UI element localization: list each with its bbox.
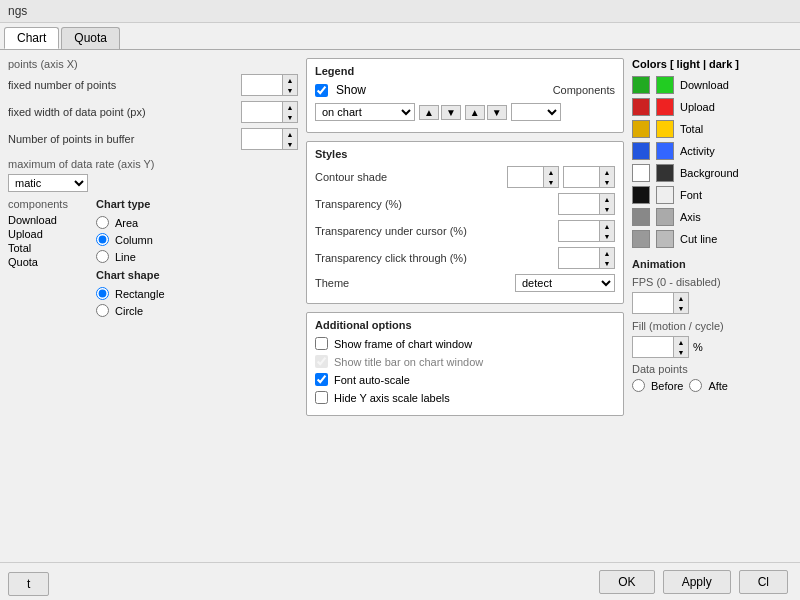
before-radio[interactable] <box>632 379 645 392</box>
chart-shape-circle[interactable] <box>96 304 109 317</box>
tabs-bar: Chart Quota <box>0 23 800 50</box>
fill-down[interactable]: ▼ <box>674 347 688 357</box>
legend-up-btn[interactable]: ▲ <box>419 105 439 120</box>
trans-click-input[interactable]: 50 <box>559 251 599 265</box>
cancel-button[interactable]: Cl <box>739 570 788 594</box>
color-label-3: Activity <box>680 145 715 157</box>
color-dark-4[interactable] <box>656 164 674 182</box>
transparency-input[interactable]: 10 <box>559 197 599 211</box>
fps-up[interactable]: ▲ <box>674 293 688 303</box>
after-radio[interactable] <box>689 379 702 392</box>
components-label: components <box>8 198 88 210</box>
color-light-0[interactable] <box>632 76 650 94</box>
color-label-6: Axis <box>680 211 701 223</box>
color-light-3[interactable] <box>632 142 650 160</box>
theme-select[interactable]: detect <box>515 274 615 292</box>
contour-shade-down1[interactable]: ▼ <box>544 177 558 187</box>
color-dark-7[interactable] <box>656 230 674 248</box>
contour-shade-spinbox1[interactable]: 1.3 ▲ ▼ <box>507 166 559 188</box>
color-dark-0[interactable] <box>656 76 674 94</box>
fill-up[interactable]: ▲ <box>674 337 688 347</box>
axis-x-label: points (axis X) <box>8 58 298 70</box>
fps-spinbox[interactable]: 24 ▲ ▼ <box>632 292 689 314</box>
additional-group: Additional options Show frame of chart w… <box>306 312 624 416</box>
buffer-input[interactable]: 600 <box>242 132 282 146</box>
fill-input[interactable]: 50 <box>633 340 673 354</box>
color-light-6[interactable] <box>632 208 650 226</box>
fixed-width-down[interactable]: ▼ <box>283 112 297 122</box>
ok-button[interactable]: OK <box>599 570 654 594</box>
chart-type-area[interactable] <box>96 216 109 229</box>
fixed-points-up[interactable]: ▲ <box>283 75 297 85</box>
transparency-spinbox[interactable]: 10 ▲ ▼ <box>558 193 615 215</box>
contour-shade-input2[interactable]: 1.3 <box>564 170 599 184</box>
color-row-download: Download <box>632 76 792 94</box>
trans-click-spinbox[interactable]: 50 ▲ ▼ <box>558 247 615 269</box>
color-light-5[interactable] <box>632 186 650 204</box>
bottom-bar: t OK Apply Cl <box>0 562 800 600</box>
chart-shape-rectangle-label: Rectangle <box>115 288 165 300</box>
legend-show-checkbox[interactable] <box>315 84 328 97</box>
transparency-up[interactable]: ▲ <box>600 194 614 204</box>
axis-y-select[interactable]: matic <box>8 174 88 192</box>
chart-shape-rectangle[interactable] <box>96 287 109 300</box>
color-light-7[interactable] <box>632 230 650 248</box>
hide-y-checkbox[interactable] <box>315 391 328 404</box>
color-light-1[interactable] <box>632 98 650 116</box>
trans-cursor-down[interactable]: ▼ <box>600 231 614 241</box>
apply-button[interactable]: Apply <box>663 570 731 594</box>
trans-click-up[interactable]: ▲ <box>600 248 614 258</box>
left-button[interactable]: t <box>8 572 49 596</box>
color-dark-1[interactable] <box>656 98 674 116</box>
fps-down[interactable]: ▼ <box>674 303 688 313</box>
title-bar: ngs <box>0 0 800 23</box>
color-light-4[interactable] <box>632 164 650 182</box>
contour-shade-spinbox2[interactable]: 1.3 ▲ ▼ <box>563 166 615 188</box>
chart-type-line[interactable] <box>96 250 109 263</box>
fill-spinbox[interactable]: 50 ▲ ▼ <box>632 336 689 358</box>
trans-click-down[interactable]: ▼ <box>600 258 614 268</box>
trans-click-label: Transparency click through (%) <box>315 252 554 264</box>
tab-chart[interactable]: Chart <box>4 27 59 49</box>
color-dark-6[interactable] <box>656 208 674 226</box>
trans-cursor-spinbox[interactable]: 5 ▲ ▼ <box>558 220 615 242</box>
contour-shade-up1[interactable]: ▲ <box>544 167 558 177</box>
color-light-2[interactable] <box>632 120 650 138</box>
legend-position-select[interactable]: on chart <box>315 103 415 121</box>
contour-shade-input1[interactable]: 1.3 <box>508 170 543 184</box>
trans-cursor-up[interactable]: ▲ <box>600 221 614 231</box>
legend-extra-select[interactable] <box>511 103 561 121</box>
contour-shade-down2[interactable]: ▼ <box>600 177 614 187</box>
buffer-spinbox[interactable]: 600 ▲ ▼ <box>241 128 298 150</box>
show-frame-checkbox[interactable] <box>315 337 328 350</box>
fixed-width-up[interactable]: ▲ <box>283 102 297 112</box>
fixed-points-spinbox[interactable]: 60 ▲ ▼ <box>241 74 298 96</box>
fixed-width-spinbox[interactable]: 4 ▲ ▼ <box>241 101 298 123</box>
right-panel: Colors [ light | dark ] Download Upload … <box>632 58 792 562</box>
fixed-width-input[interactable]: 4 <box>242 105 282 119</box>
font-autoscale-checkbox[interactable] <box>315 373 328 386</box>
color-dark-5[interactable] <box>656 186 674 204</box>
hide-y-label: Hide Y axis scale labels <box>334 392 450 404</box>
fps-input[interactable]: 24 <box>633 296 673 310</box>
legend-down-btn[interactable]: ▼ <box>441 105 461 120</box>
colors-label: Colors [ light | dark ] <box>632 58 792 70</box>
transparency-down[interactable]: ▼ <box>600 204 614 214</box>
color-row-upload: Upload <box>632 98 792 116</box>
buffer-down[interactable]: ▼ <box>283 139 297 149</box>
fixed-points-input[interactable]: 60 <box>242 78 282 92</box>
fixed-points-down[interactable]: ▼ <box>283 85 297 95</box>
color-row-cut-line: Cut line <box>632 230 792 248</box>
color-dark-3[interactable] <box>656 142 674 160</box>
color-dark-2[interactable] <box>656 120 674 138</box>
legend-up2-btn[interactable]: ▲ <box>465 105 485 120</box>
legend-down2-btn[interactable]: ▼ <box>487 105 507 120</box>
fixed-width-label: fixed width of data point (px) <box>8 106 237 118</box>
buffer-up[interactable]: ▲ <box>283 129 297 139</box>
trans-cursor-input[interactable]: 5 <box>559 224 599 238</box>
chart-type-column[interactable] <box>96 233 109 246</box>
color-label-7: Cut line <box>680 233 717 245</box>
styles-label: Styles <box>315 148 615 160</box>
contour-shade-up2[interactable]: ▲ <box>600 167 614 177</box>
tab-quota[interactable]: Quota <box>61 27 120 49</box>
